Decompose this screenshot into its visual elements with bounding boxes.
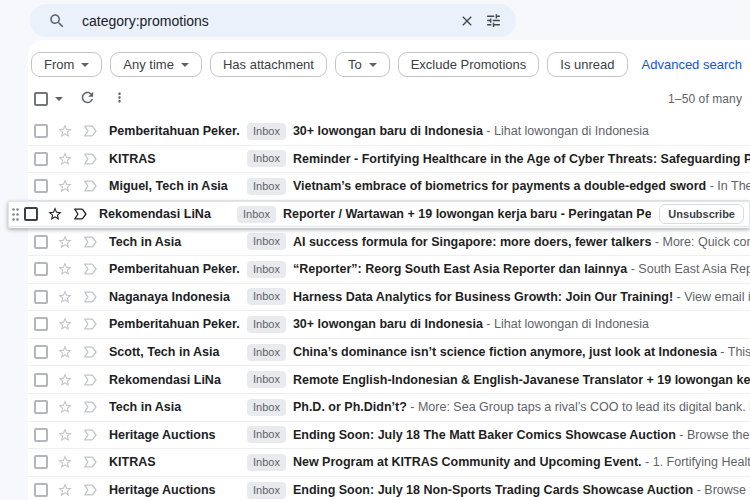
- select-checkbox[interactable]: [34, 455, 48, 469]
- email-row[interactable]: Miguel, Tech in Asia Inbox Vietnam’s emb…: [28, 173, 750, 201]
- email-row[interactable]: Rekomendasi LiNa Inbox Reporter / Wartaw…: [8, 201, 750, 229]
- star-icon[interactable]: [57, 454, 73, 470]
- row-icons: [34, 399, 98, 415]
- email-row[interactable]: Pemberitahuan Peker. Inbox “Reporter”: R…: [28, 256, 750, 284]
- select-checkbox[interactable]: [34, 483, 48, 497]
- star-icon[interactable]: [57, 372, 73, 388]
- importance-marker-icon[interactable]: [82, 372, 98, 388]
- sender: Pemberitahuan Peker.: [109, 317, 247, 331]
- importance-marker-icon[interactable]: [82, 399, 98, 415]
- star-icon[interactable]: [57, 482, 73, 498]
- row-icons: [34, 372, 98, 388]
- star-icon[interactable]: [57, 289, 73, 305]
- star-icon[interactable]: [47, 206, 63, 222]
- select-checkbox[interactable]: [34, 345, 48, 359]
- advanced-search-link[interactable]: Advanced search: [642, 57, 742, 72]
- filter-chip-label: Any time: [123, 57, 174, 72]
- importance-marker-icon[interactable]: [82, 151, 98, 167]
- filter-chip[interactable]: Has attachment: [210, 52, 327, 77]
- unsubscribe-button[interactable]: Unsubscribe: [659, 204, 744, 224]
- star-icon[interactable]: [57, 427, 73, 443]
- subject-line: Harness Data Analytics for Business Grow…: [293, 290, 750, 304]
- importance-marker-icon[interactable]: [82, 289, 98, 305]
- tune-icon[interactable]: [480, 8, 506, 34]
- close-icon[interactable]: [454, 8, 480, 34]
- email-row[interactable]: Pemberitahuan Peker. Inbox 30+ lowongan …: [28, 118, 750, 146]
- refresh-icon[interactable]: [79, 89, 96, 110]
- search-bar[interactable]: category:promotions: [30, 4, 516, 37]
- filter-chip[interactable]: Any time: [110, 52, 202, 77]
- star-icon[interactable]: [57, 151, 73, 167]
- star-icon[interactable]: [57, 316, 73, 332]
- inbox-label: Inbox: [247, 482, 286, 499]
- email-row[interactable]: Naganaya Indonesia Inbox Harness Data An…: [28, 284, 750, 312]
- email-row[interactable]: KITRAS Inbox Reminder - Fortifying Healt…: [28, 146, 750, 174]
- chevron-down-icon: [369, 63, 377, 67]
- importance-marker-icon[interactable]: [82, 454, 98, 470]
- filter-chip[interactable]: To: [335, 52, 390, 77]
- star-icon[interactable]: [57, 234, 73, 250]
- select-checkbox[interactable]: [34, 317, 48, 331]
- search-icon[interactable]: [44, 8, 70, 34]
- email-row[interactable]: Heritage Auctions Inbox Ending Soon: Jul…: [28, 422, 750, 450]
- importance-marker-icon[interactable]: [82, 123, 98, 139]
- sender: Naganaya Indonesia: [109, 290, 247, 304]
- subject: Ending Soon: July 18 Non-Sports Trading …: [293, 483, 693, 497]
- snippet: - South East Asia Reporter Reorg: A mark…: [627, 262, 750, 276]
- importance-marker-icon[interactable]: [82, 482, 98, 498]
- star-icon[interactable]: [57, 261, 73, 277]
- inbox-label: Inbox: [247, 316, 286, 333]
- sender: KITRAS: [109, 152, 247, 166]
- star-icon[interactable]: [57, 178, 73, 194]
- select-checkbox[interactable]: [34, 235, 48, 249]
- email-row[interactable]: Pemberitahuan Peker. Inbox 30+ lowongan …: [28, 311, 750, 339]
- filter-chip[interactable]: From: [31, 52, 102, 77]
- snippet: - In The Top Up this week, we look at: [706, 179, 750, 193]
- importance-marker-icon[interactable]: [82, 344, 98, 360]
- importance-marker-icon[interactable]: [82, 261, 98, 277]
- importance-marker-icon[interactable]: [82, 234, 98, 250]
- subject-line: 30+ lowongan baru di Indonesia - Lihat l…: [293, 124, 750, 138]
- select-checkbox[interactable]: [34, 373, 48, 387]
- email-row[interactable]: Rekomendasi LiNa Inbox Remote English-In…: [28, 366, 750, 394]
- filter-chip-label: Has attachment: [223, 57, 314, 72]
- subject-line: Reporter / Wartawan + 19 lowongan kerja …: [283, 207, 651, 221]
- row-icons: [34, 316, 98, 332]
- select-all-checkbox[interactable]: [34, 92, 48, 106]
- select-checkbox[interactable]: [24, 207, 38, 221]
- importance-marker-icon[interactable]: [82, 178, 98, 194]
- importance-marker-icon[interactable]: [82, 316, 98, 332]
- filter-chip-label: To: [348, 57, 362, 72]
- filter-chip[interactable]: Is unread: [547, 52, 627, 77]
- email-row[interactable]: Tech in Asia Inbox AI success formula fo…: [28, 228, 750, 256]
- select-checkbox[interactable]: [34, 428, 48, 442]
- email-row[interactable]: Heritage Auctions Inbox Ending Soon: Jul…: [28, 477, 750, 500]
- email-row[interactable]: KITRAS Inbox New Program at KITRAS Commu…: [28, 449, 750, 477]
- search-input[interactable]: category:promotions: [82, 13, 454, 29]
- select-dropdown-icon[interactable]: [55, 97, 63, 101]
- filter-chip-label: Is unread: [560, 57, 614, 72]
- select-checkbox[interactable]: [34, 124, 48, 138]
- email-row[interactable]: Tech in Asia Inbox Ph.D. or Ph.Didn’t? -…: [28, 394, 750, 422]
- select-checkbox[interactable]: [34, 152, 48, 166]
- subject: Vietnam’s embrace of biometrics for paym…: [293, 179, 706, 193]
- star-icon[interactable]: [57, 399, 73, 415]
- sender: Rekomendasi LiNa: [99, 207, 237, 221]
- select-checkbox[interactable]: [34, 290, 48, 304]
- select-checkbox[interactable]: [34, 179, 48, 193]
- select-checkbox[interactable]: [34, 400, 48, 414]
- filter-chip-label: From: [44, 57, 74, 72]
- subject: Ending Soon: July 18 The Matt Baker Comi…: [293, 428, 676, 442]
- star-icon[interactable]: [57, 344, 73, 360]
- select-checkbox[interactable]: [34, 262, 48, 276]
- importance-marker-icon[interactable]: [82, 427, 98, 443]
- star-icon[interactable]: [57, 123, 73, 139]
- more-options-icon[interactable]: [112, 90, 127, 109]
- importance-marker-icon[interactable]: [72, 206, 88, 222]
- drag-handle-icon[interactable]: [11, 207, 20, 222]
- snippet: - View email in your browser whatsappima…: [673, 290, 750, 304]
- filter-chip[interactable]: Exclude Promotions: [398, 52, 540, 77]
- row-icons: [34, 482, 98, 498]
- subject: New Program at KITRAS Community and Upco…: [293, 455, 642, 469]
- email-row[interactable]: Scott, Tech in Asia Inbox China’s domina…: [28, 339, 750, 367]
